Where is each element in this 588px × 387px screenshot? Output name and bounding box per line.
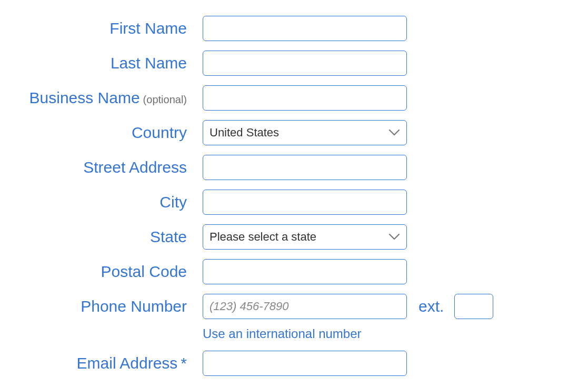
phone-label: Phone Number	[81, 297, 187, 315]
business-name-hint: (optional)	[143, 94, 187, 105]
row-state: State Please select a state	[16, 224, 588, 250]
input-col: ext. Use an international number	[203, 294, 493, 341]
chevron-down-icon	[388, 129, 400, 136]
row-city: City	[16, 190, 588, 215]
label-col: Email Address*	[16, 351, 203, 376]
phone-ext-label: ext.	[418, 294, 444, 319]
street-address-input[interactable]	[203, 155, 407, 180]
row-email: Email Address*	[16, 351, 588, 376]
chevron-down-icon	[388, 233, 400, 241]
row-country: Country United States	[16, 120, 588, 145]
row-last-name: Last Name	[16, 51, 588, 76]
input-col: United States	[203, 120, 407, 145]
country-label: Country	[132, 124, 187, 141]
input-col	[203, 351, 407, 376]
label-col: Street Address	[16, 155, 203, 180]
row-street-address: Street Address	[16, 155, 588, 180]
row-postal-code: Postal Code	[16, 259, 588, 284]
row-business-name: Business Name(optional)	[16, 85, 588, 111]
label-col: Postal Code	[16, 259, 203, 284]
label-col: City	[16, 190, 203, 215]
state-select[interactable]: Please select a state	[203, 224, 407, 250]
input-col	[203, 51, 407, 76]
phone-ext-input[interactable]	[454, 294, 493, 319]
country-value: United States	[210, 126, 279, 140]
label-col: Phone Number	[16, 294, 203, 319]
input-col	[203, 16, 407, 41]
first-name-input[interactable]	[203, 16, 407, 41]
phone-input-wrap: ext.	[203, 294, 493, 319]
last-name-input[interactable]	[203, 51, 407, 76]
email-input[interactable]	[203, 351, 407, 376]
input-col: Please select a state	[203, 224, 407, 250]
row-first-name: First Name	[16, 16, 588, 41]
row-phone: Phone Number ext. Use an international n…	[16, 294, 588, 341]
required-asterisk: *	[181, 354, 187, 372]
postal-code-input[interactable]	[203, 259, 407, 284]
label-col: State	[16, 224, 203, 250]
business-name-input[interactable]	[203, 85, 407, 111]
city-input[interactable]	[203, 190, 407, 215]
label-col: Country	[16, 120, 203, 145]
last-name-label: Last Name	[111, 54, 187, 72]
country-select[interactable]: United States	[203, 120, 407, 145]
city-label: City	[160, 193, 187, 211]
input-col	[203, 259, 407, 284]
intl-number-link[interactable]: Use an international number	[203, 326, 493, 341]
postal-code-label: Postal Code	[101, 263, 187, 280]
state-label: State	[150, 228, 187, 245]
business-name-label: Business Name	[29, 89, 140, 106]
label-col: Business Name(optional)	[16, 85, 203, 111]
input-col	[203, 190, 407, 215]
state-value: Please select a state	[210, 230, 316, 244]
input-col	[203, 85, 407, 111]
label-col: First Name	[16, 16, 203, 41]
street-address-label: Street Address	[83, 158, 187, 176]
first-name-label: First Name	[109, 19, 187, 37]
phone-input[interactable]	[203, 294, 407, 319]
label-col: Last Name	[16, 51, 203, 76]
input-col	[203, 155, 407, 180]
email-label: Email Address	[77, 354, 178, 372]
